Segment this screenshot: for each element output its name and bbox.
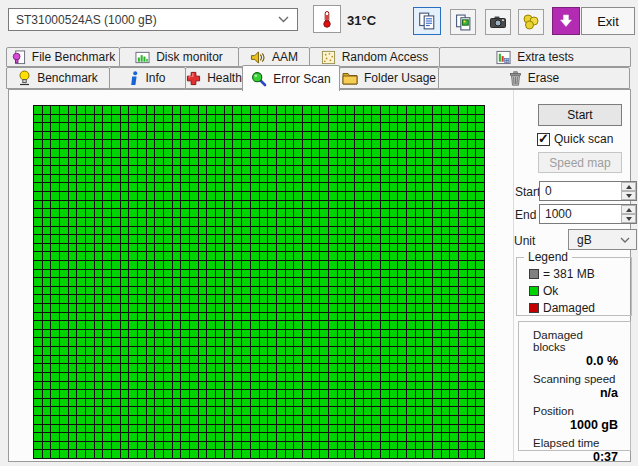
scan-block — [286, 450, 294, 458]
scan-block — [277, 390, 285, 398]
scan-block — [103, 183, 111, 191]
donate-button[interactable] — [518, 9, 544, 35]
download-button[interactable] — [552, 7, 580, 35]
scan-block — [207, 338, 215, 346]
scan-block — [77, 218, 85, 226]
tab-extra-tests[interactable]: Extra tests — [439, 47, 631, 67]
scan-block — [277, 373, 285, 381]
scan-block — [181, 407, 189, 415]
speed-map-button[interactable]: Speed map — [538, 152, 622, 173]
screenshot-button[interactable] — [485, 9, 511, 35]
tab-erase[interactable]: Erase — [438, 67, 630, 89]
scan-block — [112, 416, 120, 424]
scan-block — [468, 425, 476, 433]
scan-block — [216, 149, 224, 157]
scan-block — [51, 295, 59, 303]
scan-block — [381, 295, 389, 303]
tab-random-access[interactable]: Random Access — [309, 47, 440, 67]
scan-block — [329, 140, 337, 148]
scan-block — [459, 356, 467, 364]
scan-block — [407, 106, 415, 114]
scan-block — [303, 227, 311, 235]
scan-block — [390, 287, 398, 295]
scan-block — [138, 399, 146, 407]
scan-block — [129, 321, 137, 329]
scan-block — [34, 270, 42, 278]
scan-block — [190, 407, 198, 415]
end-spinner[interactable] — [621, 205, 636, 223]
scan-block — [233, 270, 241, 278]
quick-scan-option[interactable]: Quick scan — [537, 132, 613, 146]
scan-block — [312, 175, 320, 183]
scan-block — [277, 244, 285, 252]
spin-up-button[interactable] — [621, 182, 636, 191]
scan-block — [173, 235, 181, 243]
tab-disk-monitor[interactable]: Disk monitor — [119, 47, 239, 67]
scan-block — [416, 373, 424, 381]
scan-block — [459, 106, 467, 114]
scan-block — [60, 261, 68, 269]
scan-block — [364, 175, 372, 183]
scan-block — [199, 106, 207, 114]
scan-block — [121, 287, 129, 295]
scan-block — [364, 399, 372, 407]
start-button[interactable]: Start — [538, 104, 622, 126]
tab-info[interactable]: Info — [109, 67, 186, 89]
scan-block — [468, 106, 476, 114]
scan-block — [155, 227, 163, 235]
quick-scan-checkbox[interactable] — [537, 133, 550, 146]
scan-block — [476, 338, 484, 346]
scan-block — [207, 373, 215, 381]
scan-block — [155, 183, 163, 191]
scan-block — [190, 106, 198, 114]
tab-error-scan[interactable]: Error Scan — [242, 65, 340, 91]
tab-folder-usage[interactable]: Folder Usage — [339, 67, 439, 89]
scan-block — [225, 166, 233, 174]
start-spinner[interactable] — [621, 182, 636, 200]
scan-block — [424, 166, 432, 174]
scan-block — [260, 425, 268, 433]
scan-block — [112, 252, 120, 260]
scan-block — [312, 399, 320, 407]
copy-image-button[interactable] — [450, 9, 476, 35]
scan-block — [329, 106, 337, 114]
legend-damaged: Damaged — [529, 301, 631, 315]
scan-block — [303, 382, 311, 390]
scan-block — [476, 390, 484, 398]
scan-block — [60, 433, 68, 441]
spin-down-button[interactable] — [621, 214, 636, 223]
scan-block — [286, 313, 294, 321]
exit-button[interactable]: Exit — [581, 7, 635, 35]
scan-block — [147, 149, 155, 157]
scan-block — [416, 192, 424, 200]
tab-benchmark[interactable]: Benchmark — [6, 67, 110, 89]
scan-block — [216, 373, 224, 381]
spin-down-button[interactable] — [621, 191, 636, 200]
scan-block — [242, 270, 250, 278]
scan-block — [112, 175, 120, 183]
copy-text-button[interactable] — [413, 7, 441, 35]
scan-block — [60, 278, 68, 286]
scan-block — [207, 399, 215, 407]
scan-block — [476, 201, 484, 209]
tab-health[interactable]: Health — [185, 67, 243, 89]
scan-block — [416, 252, 424, 260]
scan-block — [173, 450, 181, 458]
tab-file-benchmark[interactable]: File Benchmark — [6, 47, 120, 67]
scan-block — [433, 373, 441, 381]
scan-block — [312, 192, 320, 200]
elapsed-time-value: 0:37 — [533, 450, 618, 464]
scan-block — [450, 166, 458, 174]
scan-block — [138, 313, 146, 321]
scan-block — [129, 295, 137, 303]
scan-block — [390, 132, 398, 140]
spin-up-button[interactable] — [621, 205, 636, 214]
scan-block — [199, 330, 207, 338]
drive-selector[interactable]: ST31000524AS (1000 gB) — [8, 8, 298, 31]
scan-block — [468, 287, 476, 295]
scan-block — [320, 304, 328, 312]
scan-block — [303, 149, 311, 157]
tab-aam[interactable]: AAM — [238, 47, 310, 67]
unit-selector[interactable]: gB — [568, 229, 637, 250]
scan-block — [338, 321, 346, 329]
